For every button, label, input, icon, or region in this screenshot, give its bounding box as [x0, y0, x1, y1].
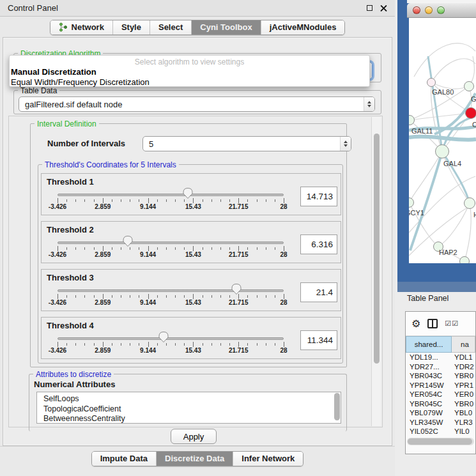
scale-label: 9.144 — [140, 203, 156, 210]
zoom-traffic-light-icon[interactable] — [437, 6, 445, 14]
tick-mark — [203, 247, 203, 250]
network-edge — [431, 59, 475, 82]
network-node[interactable] — [464, 81, 474, 91]
scale-label: -3.426 — [49, 299, 66, 306]
dropdown-option[interactable]: Equal Width/Frequency Discretization — [10, 77, 369, 87]
table-data-combo[interactable]: galFiltered.sif default node — [19, 96, 375, 112]
table-row[interactable]: YDL19...YDL1 — [406, 353, 475, 362]
table-horizontal-scrollbar[interactable] — [407, 438, 474, 445]
network-canvas[interactable]: GAL80GCGAL11GAL4GCY1HHAP2 — [409, 18, 476, 263]
combo-stepper-icon[interactable] — [340, 137, 351, 151]
column-header-shared-name[interactable]: shared... — [406, 336, 452, 353]
tick-mark — [275, 295, 275, 298]
table-row[interactable]: YBR043CYBR0 — [406, 371, 475, 381]
tab-label: Cyni Toolbox — [200, 22, 252, 32]
scrollbar-thumb[interactable] — [408, 438, 472, 445]
table-row[interactable]: YPR145WYPR1 — [406, 381, 475, 390]
float-window-icon[interactable] — [367, 5, 372, 11]
cell-shared-name: YBL079W — [406, 409, 452, 417]
tab-label: Infer Network — [242, 454, 295, 463]
scrollbar-thumb[interactable] — [374, 134, 380, 364]
bottom-tab-bar: Impute DataDiscretize DataInfer Network — [91, 451, 304, 466]
slider-track[interactable] — [58, 194, 284, 196]
slider-thumb[interactable] — [183, 187, 194, 199]
table-row[interactable]: YLR345WYLR3 — [406, 418, 475, 427]
column-header-name[interactable]: na — [452, 336, 475, 353]
threshold-value-field[interactable]: 14.713 — [300, 187, 337, 206]
attribute-list-item[interactable]: TopologicalCoefficient — [43, 404, 341, 415]
network-node[interactable] — [427, 78, 436, 87]
tick-mark — [58, 246, 58, 251]
slider-track[interactable] — [58, 337, 284, 340]
tab-discretize-data[interactable]: Discretize Data — [156, 452, 233, 466]
threshold-slider[interactable]: -3.4262.8599.14415.4321.71528 — [58, 331, 284, 358]
slider-ticks — [58, 293, 284, 299]
threshold-slider[interactable]: -3.4262.8599.14415.4321.71528 — [58, 187, 284, 214]
tick-mark — [121, 295, 121, 298]
slider-track[interactable] — [58, 242, 284, 244]
network-node[interactable] — [435, 144, 449, 158]
slider-track[interactable] — [58, 289, 284, 292]
gear-icon[interactable]: ⚙ — [411, 319, 420, 329]
tab-infer-network[interactable]: Infer Network — [233, 452, 303, 466]
node-label: GAL11 — [411, 127, 433, 135]
tick-mark — [275, 247, 275, 250]
num-intervals-combo[interactable]: 5 — [142, 136, 351, 151]
table-row[interactable]: YER054CYER0 — [406, 390, 475, 399]
tick-mark — [66, 199, 67, 202]
network-window-titlebar[interactable] — [407, 3, 476, 18]
tab-select[interactable]: Select — [150, 20, 191, 35]
tick-mark — [94, 295, 95, 298]
network-node[interactable] — [465, 107, 476, 119]
threshold-row: Threshold 4-3.4262.8599.14415.4321.71528… — [41, 317, 341, 359]
attribute-list-item[interactable]: SelfLoops — [43, 394, 341, 404]
threshold-value-field[interactable]: 11.344 — [300, 330, 337, 350]
tick-mark — [157, 199, 158, 202]
select-columns-checkboxes-icon[interactable]: ☑☑ — [445, 319, 459, 328]
content-scrollbar[interactable] — [371, 117, 381, 426]
numerical-attributes-list[interactable]: SelfLoopsTopologicalCoefficientBetweenne… — [36, 392, 341, 424]
tab-jactivemnodules[interactable]: jActiveMNodules — [261, 20, 345, 35]
list-scrollbar[interactable] — [334, 393, 340, 420]
combo-stepper-icon[interactable] — [364, 97, 374, 111]
tick-mark — [148, 246, 149, 251]
table-row[interactable]: YIL052CYIL0 — [406, 427, 475, 436]
dropdown-option[interactable]: Manual Discretization — [10, 66, 369, 77]
tick-mark — [193, 342, 194, 347]
minimize-traffic-light-icon[interactable] — [425, 6, 433, 14]
cell-name: YBR0 — [452, 372, 475, 380]
close-traffic-light-icon[interactable] — [413, 6, 420, 14]
node-label: GCY1 — [409, 209, 424, 217]
tick-mark — [58, 294, 58, 299]
network-node[interactable] — [464, 197, 475, 209]
tab-impute-data[interactable]: Impute Data — [92, 452, 156, 466]
tab-label: Style — [121, 22, 141, 32]
table-row[interactable]: YBL079WYBL0 — [406, 408, 475, 418]
tab-cyni-toolbox[interactable]: Cyni Toolbox — [191, 20, 260, 35]
slider-thumb[interactable] — [158, 331, 169, 343]
tick-mark — [184, 199, 185, 202]
group-title: Threshold's Coordinates for 5 Intervals — [42, 160, 179, 169]
group-title: Interval Definition — [35, 119, 99, 128]
cell-name: YBR0 — [452, 400, 475, 408]
tick-mark — [257, 295, 257, 298]
attribute-list-item[interactable]: BetweennessCentrality — [43, 414, 341, 424]
apply-button[interactable]: Apply — [171, 429, 217, 444]
tick-mark — [220, 295, 221, 298]
tab-style[interactable]: Style — [112, 20, 150, 35]
threshold-slider[interactable]: -3.4262.8599.14415.4321.71528 — [58, 235, 284, 262]
slider-thumb[interactable] — [122, 235, 133, 247]
close-icon[interactable] — [380, 4, 387, 12]
tab-network[interactable]: Network — [50, 20, 112, 35]
tick-mark — [166, 343, 167, 346]
network-node[interactable] — [459, 256, 470, 263]
columns-icon[interactable] — [427, 319, 438, 328]
table-row[interactable]: YDR27...YDR2 — [406, 362, 475, 372]
slider-thumb[interactable] — [231, 283, 242, 295]
tick-mark — [166, 247, 167, 250]
table-row[interactable]: YBR045CYBR0 — [406, 399, 475, 409]
threshold-slider[interactable]: -3.4262.8599.14415.4321.71528 — [58, 283, 284, 310]
threshold-value-field[interactable]: 6.316 — [300, 234, 337, 254]
table-rows: YDL19...YDL1YDR27...YDR2YBR043CYBR0YPR14… — [406, 353, 475, 436]
threshold-value-field[interactable]: 21.4 — [300, 282, 337, 302]
